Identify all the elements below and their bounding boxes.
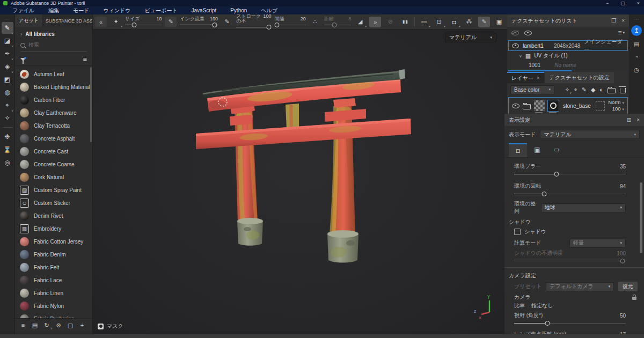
lock-icon[interactable] — [632, 297, 636, 300]
resources-tool-icon[interactable]: ◎ — [2, 157, 13, 168]
smudge-tool-icon[interactable]: ◍ — [2, 86, 13, 98]
3d-viewport[interactable]: Y x z マテリアル ▾ マスク — [93, 30, 507, 334]
refresh-shelf-icon[interactable]: ↻∨ — [42, 320, 52, 330]
reset-camera-button[interactable]: 復元 — [618, 282, 638, 291]
expand-toolbar-icon[interactable]: » — [369, 17, 381, 27]
flow-slider[interactable] — [180, 23, 218, 27]
asset-item[interactable]: Concrete Asphalt — [15, 132, 92, 145]
falloff-icon[interactable]: ◢▾ — [354, 17, 366, 27]
tab-close-icon[interactable]: × — [537, 75, 540, 81]
resources-updater-icon[interactable]: ▤ — [30, 320, 40, 330]
add-smart-material-icon[interactable]: ◐ — [599, 86, 603, 93]
clear-filters-icon[interactable]: ⊗ — [54, 320, 63, 330]
tab-camera-settings[interactable]: ▣ — [528, 143, 546, 156]
pause-engine-icon[interactable]: ▮▮ — [399, 17, 411, 27]
eye-icon[interactable] — [512, 104, 519, 108]
clone-stamp-tool-icon[interactable]: ⌖∨ — [2, 99, 13, 111]
env-rotation-slider[interactable] — [514, 192, 626, 196]
asset-item[interactable]: Fabric Nylon — [15, 299, 92, 312]
asset-item[interactable]: Fabric Cotton Jersey — [15, 235, 92, 248]
asset-item[interactable]: Baked Lighting Material — [15, 80, 92, 93]
eye-icon[interactable] — [524, 31, 532, 35]
add-fill-layer-icon[interactable]: ◆ — [591, 86, 595, 93]
strip-drag-handle[interactable]: ⋯ — [5, 17, 10, 21]
news-panel-icon[interactable]: ▤ — [632, 39, 641, 49]
tab-texture-set-settings[interactable]: テクスチャセットの設定 — [545, 72, 614, 83]
tab-layers[interactable]: レイヤー × — [507, 72, 544, 83]
all-libraries-row[interactable]: › All libraries — [15, 27, 92, 40]
scatter-dots-icon[interactable]: ∴ — [309, 17, 321, 27]
spray-mode-icon[interactable]: ⁂ — [463, 17, 475, 27]
eye-off-icon[interactable] — [511, 31, 519, 35]
axis-gizmo[interactable]: Y x z — [474, 295, 490, 320]
symmetry-off-icon[interactable]: ⊘ — [384, 17, 396, 27]
3d-view-icon[interactable]: ⊡▾ — [433, 17, 445, 27]
maximize-button[interactable]: ▢ — [620, 0, 625, 6]
close-panel-icon[interactable]: × — [636, 117, 640, 123]
close-button[interactable]: × — [637, 0, 640, 6]
stroke-brush-icon[interactable]: ✎ — [221, 17, 233, 27]
quick-mask-tool-icon[interactable]: ◩ — [2, 74, 13, 85]
paint-mode-icon[interactable]: ✎ — [478, 17, 490, 27]
display-panel-scrollbar[interactable] — [640, 182, 642, 253]
camera-preset-dropdown[interactable]: デフォルトカメラ ▾ — [546, 282, 614, 291]
asset-item[interactable]: ▨Custom Spray Paint — [15, 183, 92, 196]
brush-preset-icon[interactable]: ✦▾ — [110, 17, 122, 27]
asset-item[interactable]: Fabric Linen — [15, 286, 92, 299]
distance-slider[interactable] — [324, 23, 352, 27]
shadows-checkbox[interactable] — [514, 229, 521, 235]
horizontal-scrollbar[interactable] — [508, 70, 572, 71]
bake-tool-icon[interactable]: ⌛ — [2, 144, 13, 156]
material-picker-tool-icon[interactable]: ✧ — [2, 112, 13, 124]
paint-brush-tool-icon[interactable]: ✎∨ — [2, 22, 13, 34]
list-options-icon[interactable]: ≡ — [618, 29, 621, 36]
compute-mode-dropdown[interactable]: 軽量 ▾ — [569, 239, 626, 248]
menu-item[interactable]: ファイル — [5, 7, 41, 14]
menu-item[interactable]: Python — [223, 8, 254, 13]
asset-item[interactable]: Concrete Cast — [15, 145, 92, 158]
minimize-button[interactable]: − — [606, 0, 609, 6]
asset-item[interactable]: Clay Earthenware — [15, 106, 92, 119]
blend-mode-dropdown[interactable]: Norm▾ — [608, 100, 624, 106]
distance-control[interactable]: 距離8 — [324, 17, 352, 27]
add-effect-icon[interactable]: ✧∨ — [565, 86, 569, 93]
size-slider[interactable] — [125, 23, 162, 27]
tab-environment-settings[interactable]: ◘ — [509, 143, 527, 157]
list-view-icon[interactable]: ≡ — [83, 55, 87, 63]
texture-set-row[interactable]: lambert1 2048x2048 メインシェーダー — [508, 40, 628, 51]
eye-icon[interactable] — [512, 43, 519, 48]
display-mode-dropdown[interactable]: マテリアル ▾ — [540, 130, 640, 139]
menu-item[interactable]: ビューポート — [138, 7, 185, 14]
add-resource-icon[interactable]: + — [77, 320, 87, 330]
asset-item[interactable]: ☺Custom Sticker — [15, 196, 92, 209]
asset-item[interactable]: ▥Embroidery — [15, 222, 92, 235]
spacing-slider[interactable] — [275, 23, 306, 27]
asset-item[interactable]: Fabric Lace — [15, 274, 92, 286]
shading-mode-dropdown[interactable]: マテリアル ▾ — [445, 33, 496, 42]
asset-item[interactable]: Denim Rivet — [15, 209, 92, 222]
stroke-opacity-control[interactable]: ストロークの不100 — [236, 14, 271, 30]
asset-item[interactable]: Concrete Coarse — [15, 158, 92, 171]
menu-item[interactable]: モード — [66, 7, 96, 14]
projection-tool-icon[interactable]: ✒∨ — [2, 48, 13, 60]
asset-item[interactable]: Carbon Fiber — [15, 93, 92, 106]
menu-item[interactable]: ウィンドウ — [96, 7, 137, 14]
2d-view-icon[interactable]: ▭▾ — [418, 17, 430, 27]
panel-drag-handle[interactable]: ⋯ — [632, 17, 641, 22]
stroke-opacity-slider[interactable] — [236, 25, 271, 30]
add-anchor-point-icon[interactable]: ⌖ — [574, 86, 577, 93]
shadow-opacity-slider[interactable] — [514, 259, 626, 263]
asset-scrollbar[interactable] — [90, 67, 92, 142]
env-blur-slider[interactable] — [514, 172, 626, 177]
eraser-tool-icon[interactable]: ◪∨ — [2, 35, 13, 47]
tab-assets[interactable]: アセット × — [15, 14, 42, 27]
share-button-icon[interactable]: ↥ — [631, 25, 642, 36]
channel-dropdown[interactable]: Base color ▾ — [510, 85, 554, 94]
history-panel-icon[interactable]: ◷ — [632, 65, 641, 75]
layer-opacity-dropdown[interactable]: 100▾ — [612, 106, 624, 112]
asset-item[interactable]: Clay Terracotta — [15, 119, 92, 132]
delete-layer-icon[interactable] — [620, 88, 626, 93]
collapse-toolbar-icon[interactable]: « — [95, 17, 107, 27]
asset-item[interactable]: Fabric Felt — [15, 261, 92, 274]
layer-mask-thumbnail[interactable] — [534, 100, 545, 111]
